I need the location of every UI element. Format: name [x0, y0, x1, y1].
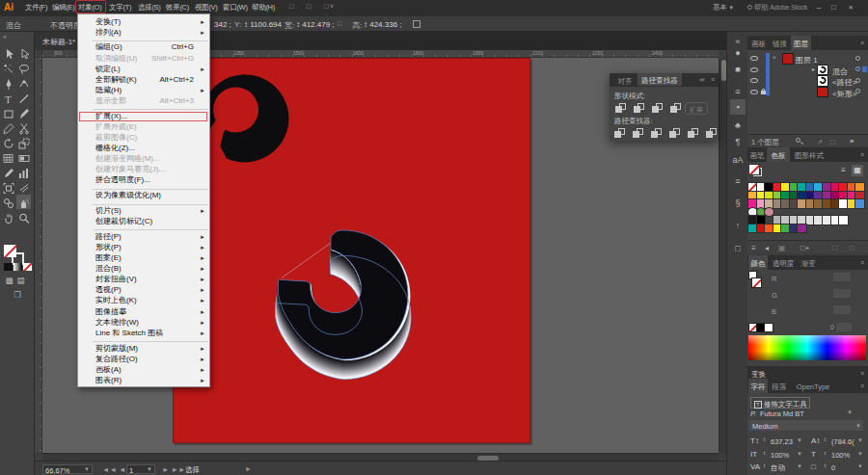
svg-text:T: T — [5, 93, 12, 105]
